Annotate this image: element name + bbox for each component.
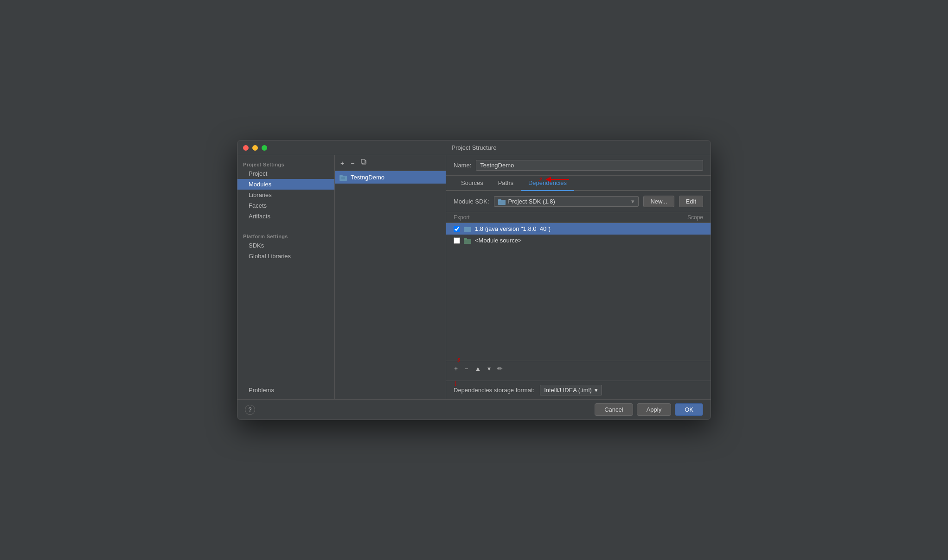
storage-row: Dependencies storage format: IntelliJ ID… — [446, 381, 711, 399]
dep-source-checkbox[interactable] — [454, 237, 460, 244]
export-col-header: Export — [454, 214, 481, 221]
edit-dep-button[interactable]: ✏ — [495, 364, 505, 373]
project-settings-label: Project Settings — [237, 159, 334, 168]
storage-select[interactable]: IntelliJ IDEA (.iml) ▾ — [540, 385, 602, 395]
sidebar-item-artifacts[interactable]: Artifacts — [237, 211, 334, 222]
name-col-header — [481, 214, 666, 221]
dep-item-jdk[interactable]: 1.8 (java version "1.8.0_40") — [446, 223, 711, 235]
dep-source-name: <Module source> — [475, 237, 662, 244]
sdk-label: Module SDK: — [454, 198, 489, 205]
close-button[interactable] — [243, 145, 249, 151]
dep-list: 1.8 (java version "1.8.0_40") <Module so… — [446, 223, 711, 361]
sdk-dropdown-arrow: ▾ — [631, 198, 634, 205]
dep-source-icon — [464, 237, 471, 244]
sidebar-item-libraries[interactable]: Libraries — [237, 190, 334, 200]
sidebar-item-facets[interactable]: Facets — [237, 200, 334, 211]
module-list: TestngDemo — [335, 171, 446, 399]
name-row: Name: — [446, 155, 711, 176]
dependencies-table: Export Scope 1.8 (java version "1.8.0_40… — [446, 212, 711, 399]
remove-dep-button[interactable]: − — [462, 364, 470, 373]
minimize-button[interactable] — [252, 145, 258, 151]
module-icon — [339, 174, 347, 181]
scope-col-header: Scope — [666, 214, 703, 221]
annotation-2: 2 — [539, 175, 571, 184]
svg-rect-6 — [498, 199, 501, 201]
project-structure-dialog: Project Structure Project Settings Proje… — [237, 140, 711, 420]
dep-toolbar: + 3 − ▲ ▾ ✏ ↓ — [446, 361, 711, 376]
main-content: Project Settings Project Modules ← 1 Lib… — [237, 155, 711, 399]
tab-sources[interactable]: Sources — [454, 176, 491, 191]
sidebar-item-project[interactable]: Project — [237, 168, 334, 179]
new-sdk-button[interactable]: New... — [643, 196, 674, 207]
move-up-button[interactable]: ▲ — [472, 364, 483, 373]
storage-dropdown-arrow: ▾ — [595, 387, 598, 394]
svg-rect-8 — [464, 227, 467, 228]
bottom-bar: ? Cancel Apply OK — [237, 399, 711, 420]
title-bar: Project Structure — [237, 140, 711, 155]
tab-paths[interactable]: Paths — [491, 176, 521, 191]
svg-rect-3 — [339, 175, 343, 177]
svg-rect-1 — [361, 159, 365, 163]
sdk-select[interactable]: Project SDK (1.8) ▾ — [494, 196, 639, 207]
dep-jdk-icon — [464, 226, 471, 232]
arrow-annotation-3: ↓ — [454, 379, 458, 387]
move-down-button[interactable]: ▾ — [485, 364, 493, 373]
svg-rect-4 — [341, 177, 345, 179]
sdk-folder-icon — [498, 198, 506, 205]
badge-3: 3 — [457, 357, 460, 363]
tabs-row: Sources Paths Dependencies 2 — [446, 176, 711, 191]
platform-settings-label: Platform Settings — [237, 231, 334, 240]
sidebar-item-modules[interactable]: Modules ← 1 — [237, 179, 334, 190]
name-input[interactable] — [476, 160, 703, 171]
sidebar-item-sdks[interactable]: SDKs — [237, 240, 334, 251]
name-label: Name: — [454, 162, 471, 169]
window-controls — [243, 145, 267, 151]
module-toolbar: + − — [335, 155, 446, 171]
module-name: TestngDemo — [351, 174, 384, 181]
maximize-button[interactable] — [262, 145, 267, 151]
add-dep-button[interactable]: + 3 — [452, 364, 460, 373]
copy-module-button[interactable] — [359, 158, 369, 168]
content-area: Name: Sources Paths Dependencies 2 — [446, 155, 711, 399]
sidebar-item-problems[interactable]: Problems — [237, 385, 334, 395]
ok-button[interactable]: OK — [675, 403, 703, 416]
dialog-title: Project Structure — [452, 144, 497, 151]
dep-jdk-name: 1.8 (java version "1.8.0_40") — [475, 225, 662, 232]
sidebar-item-global-libraries[interactable]: Global Libraries — [237, 251, 334, 261]
svg-rect-10 — [464, 238, 467, 240]
sdk-row: Module SDK: Project SDK (1.8) ▾ New... E… — [446, 191, 711, 212]
help-button[interactable]: ? — [245, 405, 255, 415]
storage-label: Dependencies storage format: — [454, 387, 534, 394]
module-item-testngdemo[interactable]: TestngDemo — [335, 171, 446, 184]
add-module-button[interactable]: + — [339, 159, 346, 168]
apply-button[interactable]: Apply — [637, 403, 672, 416]
edit-sdk-button[interactable]: Edit — [679, 196, 703, 207]
module-panel: + − TestngDemo — [335, 155, 446, 399]
remove-module-button[interactable]: − — [349, 159, 356, 168]
dep-table-header: Export Scope — [446, 212, 711, 223]
sidebar: Project Settings Project Modules ← 1 Lib… — [237, 155, 335, 399]
arrow-2-svg — [544, 175, 571, 184]
dep-item-module-source[interactable]: <Module source> — [446, 235, 711, 246]
dep-jdk-checkbox[interactable] — [454, 226, 460, 232]
cancel-button[interactable]: Cancel — [595, 403, 633, 416]
